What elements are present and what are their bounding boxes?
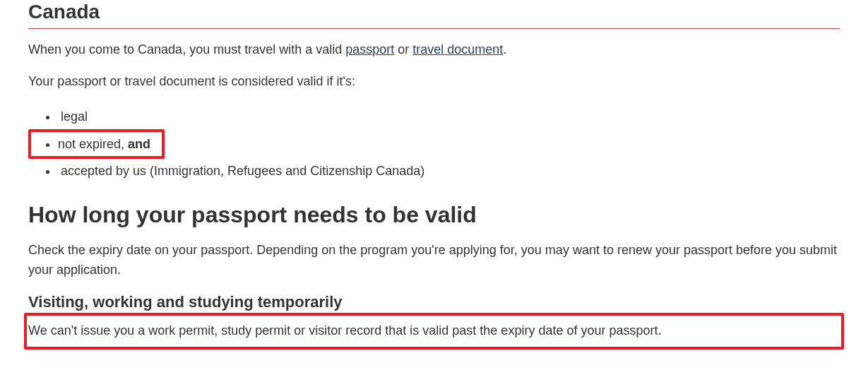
- title-divider: [28, 28, 840, 29]
- intro-text-suffix: .: [503, 42, 506, 56]
- travel-document-link[interactable]: travel document: [412, 42, 503, 56]
- list-item-bold: and: [128, 137, 150, 151]
- list-item: accepted by us (Immigration, Refugees an…: [58, 159, 840, 183]
- how-long-paragraph: Check the expiry date on your passport. …: [28, 241, 840, 280]
- intro-text-mid: or: [394, 42, 412, 56]
- temporary-paragraph-text: We can't issue you a work permit, study …: [28, 323, 661, 338]
- list-item-highlighted: not expired, and: [58, 129, 840, 159]
- list-item-text: accepted by us (Immigration, Refugees an…: [58, 159, 427, 183]
- list-item-text: legal: [58, 105, 90, 129]
- list-item: legal: [58, 105, 840, 129]
- passport-link[interactable]: passport: [345, 42, 394, 56]
- valid-if-paragraph: Your passport or travel document is cons…: [28, 72, 840, 92]
- list-item-text: not expired,: [58, 137, 128, 151]
- page-title: Canada: [28, 0, 840, 24]
- validity-list: legal not expired, and accepted by us (I…: [45, 105, 840, 183]
- temporary-paragraph-highlighted: We can't issue you a work permit, study …: [24, 313, 844, 350]
- how-long-heading: How long your passport needs to be valid: [28, 201, 840, 228]
- intro-text-prefix: When you come to Canada, you must travel…: [28, 42, 345, 56]
- intro-paragraph: When you come to Canada, you must travel…: [28, 40, 840, 60]
- highlight-box: not expired, and: [28, 129, 165, 159]
- temporary-heading: Visiting, working and studying temporari…: [28, 293, 840, 311]
